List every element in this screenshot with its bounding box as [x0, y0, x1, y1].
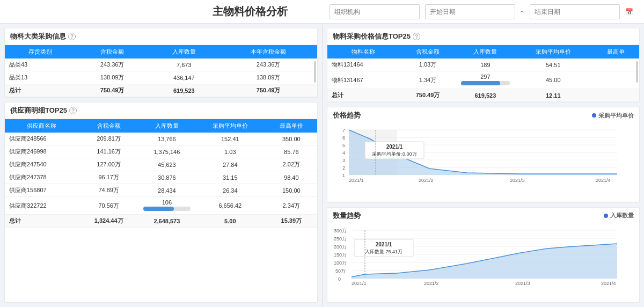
svg-text:6: 6 — [342, 135, 345, 141]
sup-name: 供应商322722 — [5, 197, 79, 215]
col-tax-amount: 含税金额 — [76, 45, 148, 59]
qty-trend-title: 数量趋势 — [333, 211, 361, 221]
supplier-top25-table: 供应商名称 含税金额 入库数量 采购平均单价 最高单价 供应商248566 20… — [5, 119, 317, 228]
material-category-header: 物料大类采购信息 ? — [5, 28, 317, 45]
qty-trend-section: 数量趋势 入库数量 300万 250万 200万 150万 100万 50万 — [327, 207, 640, 303]
sup-name: 供应商247378 — [5, 171, 79, 184]
col-m-avg-price: 采购平均单价 — [514, 45, 592, 59]
col-inventory-type: 存货类别 — [5, 45, 76, 59]
svg-text:3: 3 — [342, 158, 345, 163]
supplier-row: 供应商246998 141.16万 1,375,146 1.03 85.76 — [5, 145, 317, 158]
org-input[interactable] — [330, 4, 420, 19]
material-top25-info-icon[interactable]: ? — [413, 33, 420, 40]
progress-bar — [461, 81, 510, 85]
material-category-row: 品类13 138.09万 436,147 138.09万 — [5, 71, 317, 84]
svg-text:2021/3: 2021/3 — [515, 281, 530, 286]
sup-name: 总计 — [5, 215, 79, 228]
supplier-top25-header-row: 供应商名称 含税金额 入库数量 采购平均单价 最高单价 — [5, 119, 317, 133]
qty-trend-chart: 300万 250万 200万 150万 100万 50万 0 — [333, 226, 623, 288]
supplier-top25-header: 供应商明细TOP25 ? — [5, 103, 317, 119]
left-panel: 物料大类采购信息 ? 存货类别 含税金额 入库数量 本年含税金额 — [0, 24, 322, 307]
material-category-title: 物料大类采购信息 — [10, 32, 66, 41]
col-supplier-name: 供应商名称 — [5, 119, 79, 133]
svg-text:150万: 150万 — [334, 252, 347, 258]
supplier-row: 供应商247540 127.00万 45,623 27.84 2.02万 — [5, 158, 317, 171]
svg-text:50万: 50万 — [335, 268, 346, 274]
col-stock-qty: 入库数量 — [148, 45, 219, 59]
material-scrollbar[interactable] — [636, 61, 638, 83]
cat-qty: 7,673 — [148, 59, 219, 71]
mat-name: 物料131464 — [327, 59, 399, 71]
sup-qty: 28,434 — [139, 184, 195, 197]
supplier-top25-title: 供应商明细TOP25 — [10, 106, 67, 115]
cat-qty: 619,523 — [148, 84, 219, 97]
sup-max: 350.00 — [266, 133, 317, 145]
material-category-table: 存货类别 含税金额 入库数量 本年含税金额 品类43 243.36万 7,673… — [5, 45, 317, 97]
sup-max: 2.02万 — [266, 158, 317, 171]
sup-qty: 1,375,146 — [139, 145, 195, 158]
sup-qty: 45,623 — [139, 158, 195, 171]
supplier-top25-section: 供应商明细TOP25 ? 供应商名称 含税金额 入库数量 采购平均单价 最高单价 — [4, 102, 318, 303]
material-top25-row: 总计 750.49万 619,523 12.11 — [327, 89, 639, 102]
header: 主物料价格分析 ~ 📅 — [0, 0, 644, 24]
material-top25-section: 物料采购价格信息TOP25 ? 物料名称 含税金额 入库数量 采购平均单价 最高… — [327, 28, 640, 103]
sup-tax: 96.17万 — [79, 171, 139, 184]
app-container: 主物料价格分析 ~ 📅 物料大类采购信息 ? — [0, 0, 644, 307]
price-trend-body: 7 6 5 4 3 2 1 — [327, 123, 639, 188]
mat-name: 总计 — [327, 89, 399, 102]
sup-max: 85.76 — [266, 145, 317, 158]
end-date-input[interactable] — [530, 4, 620, 19]
svg-text:2021/2: 2021/2 — [419, 178, 434, 183]
price-trend-section: 价格趋势 采购平均单价 7 6 5 4 3 2 1 — [327, 107, 640, 203]
sup-qty: 106 — [139, 197, 195, 215]
sup-avg: 6,656.42 — [195, 197, 266, 215]
qty-trend-body: 300万 250万 200万 150万 100万 50万 0 — [327, 224, 639, 291]
qty-trend-legend: 入库数量 — [604, 211, 634, 220]
page-title: 主物料价格分析 — [170, 4, 330, 19]
start-date-input[interactable] — [425, 4, 515, 19]
svg-text:入库数量:75.41万: 入库数量:75.41万 — [365, 249, 402, 254]
scrollbar-indicator[interactable] — [314, 61, 316, 83]
supplier-progress-bar — [143, 207, 191, 211]
sup-tax: 127.00万 — [79, 158, 139, 171]
mat-qty: 297 — [457, 71, 514, 89]
cat-ytd: 138.09万 — [219, 71, 317, 84]
col-material-name: 物料名称 — [327, 45, 399, 59]
material-category-info-icon[interactable]: ? — [68, 33, 76, 40]
supplier-row: 供应商156807 74.89万 28,434 26.34 150.00 — [5, 184, 317, 197]
svg-text:1: 1 — [342, 173, 345, 178]
sup-tax: 1,324.44万 — [79, 215, 139, 228]
date-separator: ~ — [521, 8, 524, 16]
legend-dot-price — [592, 113, 596, 118]
calendar-icon: 📅 — [625, 8, 633, 16]
sup-tax: 74.89万 — [79, 184, 139, 197]
col-m-max-price: 最高单 — [592, 45, 639, 59]
sup-max: 98.40 — [266, 171, 317, 184]
sup-avg: 152.41 — [195, 133, 266, 145]
legend-dot-qty — [604, 214, 608, 218]
svg-text:0: 0 — [338, 276, 341, 282]
supplier-top25-info-icon[interactable]: ? — [69, 107, 77, 114]
sup-avg: 31.15 — [195, 171, 266, 184]
material-top25-header: 物料采购价格信息TOP25 ? — [327, 28, 639, 45]
mat-max — [592, 59, 639, 71]
sup-avg: 1.03 — [195, 145, 266, 158]
mat-avg: 12.11 — [514, 89, 592, 102]
material-category-row: 品类43 243.36万 7,673 243.36万 — [5, 59, 317, 71]
material-top25-table: 物料名称 含税金额 入库数量 采购平均单价 最高单 物料131464 1.03万… — [327, 45, 639, 102]
svg-text:250万: 250万 — [334, 236, 347, 242]
cat-name: 品类43 — [5, 59, 76, 71]
mat-tax: 1.34万 — [399, 71, 457, 89]
svg-text:2021/2: 2021/2 — [424, 281, 439, 286]
sup-qty: 2,648,573 — [139, 215, 195, 228]
cat-tax: 243.36万 — [76, 59, 148, 71]
sup-name: 供应商247540 — [5, 158, 79, 171]
sup-max: 2.34万 — [266, 197, 317, 215]
svg-text:2: 2 — [342, 165, 345, 171]
sup-tax: 209.81万 — [79, 133, 139, 145]
col-max-price: 最高单价 — [266, 119, 317, 133]
mat-max — [592, 89, 639, 102]
svg-text:2021/4: 2021/4 — [601, 281, 616, 286]
col-ytd-amount: 本年含税金额 — [219, 45, 317, 59]
sup-name: 供应商156807 — [5, 184, 79, 197]
